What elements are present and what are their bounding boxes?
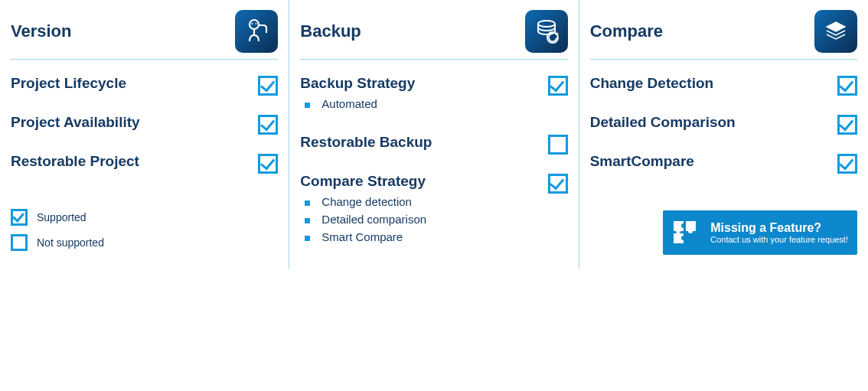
feature-label: Project Lifecycle	[11, 75, 258, 92]
empty-check-icon	[548, 135, 568, 155]
sublist-item: Smart Compare	[302, 228, 547, 246]
sublist-item: Automated	[302, 95, 547, 112]
check-icon	[258, 76, 278, 96]
feature-row: Compare Strategy Change detection Detail…	[300, 158, 567, 252]
feature-row: Project Availability	[11, 99, 278, 138]
puzzle-icon	[667, 215, 703, 250]
feature-sublist: Automated	[302, 95, 547, 112]
check-icon	[837, 76, 857, 96]
column-version: Version Project Lifecycle Project Availa…	[0, 0, 289, 269]
sublist-item: Change detection	[302, 193, 547, 210]
empty-check-icon	[11, 234, 28, 251]
feature-row: Change Detection	[590, 60, 857, 99]
comparison-grid: Version Project Lifecycle Project Availa…	[0, 0, 868, 269]
feature-label: Project Availability	[11, 114, 258, 131]
svg-point-10	[676, 229, 680, 233]
feature-row: Backup Strategy Automated	[300, 60, 567, 119]
column-title: Backup	[300, 21, 361, 41]
check-icon	[11, 209, 28, 226]
legend-label: Supported	[37, 211, 86, 223]
feature-row: Restorable Backup	[300, 119, 567, 158]
version-icon	[235, 10, 278, 53]
svg-point-11	[681, 236, 686, 240]
svg-point-3	[538, 21, 555, 27]
feature-row: SmartCompare	[590, 138, 857, 177]
missing-feature-cta[interactable]: Missing a Feature? Contact us with your …	[663, 210, 857, 255]
feature-label: SmartCompare	[590, 153, 837, 170]
feature-label: Restorable Project	[11, 153, 258, 170]
column-backup: Backup Backup Strategy Automated Restora…	[289, 0, 578, 269]
feature-label: Backup Strategy	[300, 75, 547, 92]
legend-not-supported: Not supported	[11, 230, 278, 255]
legend-label: Not supported	[37, 236, 104, 249]
svg-point-0	[250, 20, 259, 29]
svg-point-9	[688, 229, 693, 233]
check-icon	[548, 174, 568, 194]
feature-row: Restorable Project	[11, 138, 278, 177]
check-icon	[837, 154, 857, 174]
check-icon	[837, 115, 857, 135]
cta-text: Missing a Feature? Contact us with your …	[710, 221, 848, 244]
sublist-item: Detailed comparison	[302, 210, 547, 228]
check-icon	[548, 76, 568, 96]
feature-label: Detailed Comparison	[590, 114, 837, 131]
column-title: Version	[11, 21, 71, 41]
feature-label: Restorable Backup	[300, 134, 547, 151]
column-compare: Compare Change Detection Detailed Compar…	[579, 0, 868, 269]
legend-supported: Supported	[11, 204, 278, 230]
svg-point-1	[252, 23, 253, 24]
cta-title: Missing a Feature?	[710, 221, 848, 235]
column-title: Compare	[590, 21, 663, 41]
compare-icon	[814, 10, 857, 53]
svg-point-2	[256, 23, 257, 24]
svg-point-8	[681, 223, 686, 228]
feature-label: Change Detection	[590, 75, 837, 92]
feature-row: Project Lifecycle	[11, 60, 278, 99]
legend: Supported Not supported	[11, 204, 278, 255]
feature-sublist: Change detection Detailed comparison Sma…	[302, 193, 547, 246]
feature-label: Compare Strategy	[300, 173, 547, 190]
check-icon	[258, 115, 278, 135]
backup-icon	[525, 10, 568, 53]
column-header: Version	[11, 3, 278, 60]
cta-subtitle: Contact us with your feature request!	[710, 235, 848, 244]
column-header: Backup	[300, 3, 567, 60]
column-header: Compare	[590, 3, 857, 60]
check-icon	[258, 154, 278, 174]
feature-row: Detailed Comparison	[590, 99, 857, 138]
